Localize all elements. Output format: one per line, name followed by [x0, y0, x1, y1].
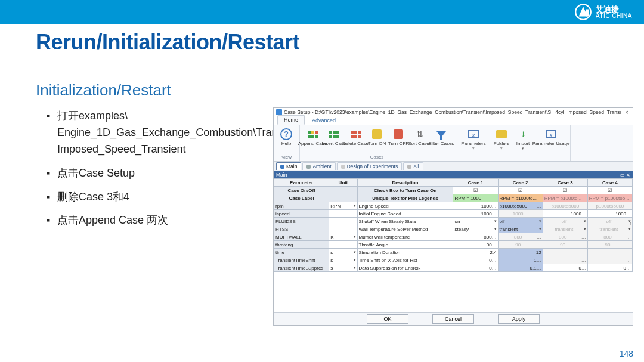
- turn-on-icon: [372, 129, 382, 139]
- insert-icon: [329, 131, 339, 138]
- filter-icon: [436, 131, 446, 137]
- sheet-tabs: Main Ambient Design of Experiments All: [274, 162, 633, 171]
- delete-case-button[interactable]: Delete Case: [345, 126, 366, 146]
- col-case3[interactable]: Case 3: [543, 179, 587, 187]
- slide-subtitle: Initialization/Restart: [36, 81, 644, 100]
- col-case2[interactable]: Case 2: [498, 179, 543, 187]
- turn-on-button[interactable]: Turn ON: [367, 126, 387, 146]
- case4-onoff[interactable]: ☑: [587, 187, 632, 194]
- cancel-button[interactable]: Cancel: [432, 314, 474, 324]
- parameter-grid[interactable]: Parameter Unit Description Case 1 Case 2…: [274, 178, 633, 272]
- ok-button[interactable]: OK: [367, 314, 408, 324]
- brand-banner: 艾迪捷 ATIC CHINA: [0, 0, 644, 24]
- brand-logo: 艾迪捷 ATIC CHINA: [574, 3, 632, 21]
- append-case-button[interactable]: Append Case: [302, 126, 323, 146]
- tab-advanced[interactable]: Advanced: [306, 116, 342, 125]
- window-title: Case Setup - D:\GTI\v2023\examples\Engin…: [284, 109, 621, 115]
- pane-title: Main ▭ ✕: [274, 171, 633, 178]
- sort-icon: ⇅: [416, 129, 423, 139]
- close-icon[interactable]: ×: [623, 109, 630, 116]
- window-titlebar: Case Setup - D:\GTI\v2023\examples\Engin…: [274, 108, 633, 116]
- case2-onoff[interactable]: ☑: [498, 187, 543, 194]
- tab-main[interactable]: Main: [276, 162, 301, 170]
- group-cases-label: Cases: [302, 154, 451, 160]
- case1-onoff[interactable]: ☑: [453, 187, 498, 194]
- col-case4[interactable]: Case 4: [587, 179, 632, 187]
- parameters-icon: x: [468, 130, 479, 138]
- sort-cases-button[interactable]: ⇅ Sort Cases: [410, 126, 430, 146]
- dialog-buttons: OK Cancel Apply: [274, 312, 633, 325]
- bullet-item: 删除Case 3和4: [47, 189, 237, 206]
- turn-off-button[interactable]: Turn OFF: [388, 126, 408, 146]
- slide-title: Rerun/Initialization/Restart: [36, 30, 644, 55]
- col-parameter[interactable]: Parameter: [274, 179, 329, 187]
- parameter-usage-button[interactable]: x Parameter Usage: [534, 126, 568, 151]
- folder-icon: [496, 130, 507, 138]
- ribbon-tabstrip: Home Advanced: [274, 116, 633, 125]
- brand-icon: [574, 3, 592, 21]
- case3-onoff[interactable]: ☑: [543, 187, 587, 194]
- help-button[interactable]: ? Help: [276, 126, 296, 146]
- col-case1[interactable]: Case 1: [453, 179, 498, 187]
- insert-case-button[interactable]: Insert Case: [324, 126, 344, 146]
- filter-cases-button[interactable]: Filter Cases: [431, 126, 451, 146]
- import-icon: ⤓: [520, 130, 527, 139]
- page-number: 148: [620, 349, 633, 358]
- scroll-right-icon[interactable]: ›: [630, 220, 631, 227]
- bullet-item: 打开examples\ Engine_1D_Gas_Exchange_Combu…: [47, 108, 237, 158]
- parameters-button[interactable]: x Parameters: [457, 126, 490, 151]
- col-description[interactable]: Description: [357, 179, 453, 187]
- bullet-item: 点击Case Setup: [47, 165, 237, 182]
- col-unit[interactable]: Unit: [329, 179, 357, 187]
- bullet-item: 点击Append Case 两次: [47, 212, 237, 229]
- tab-home[interactable]: Home: [277, 115, 305, 125]
- group-view-label: View: [276, 154, 297, 160]
- app-icon: [276, 109, 282, 115]
- help-icon: ?: [280, 128, 292, 140]
- tab-all[interactable]: All: [403, 162, 423, 170]
- delete-icon: [351, 131, 361, 138]
- tab-ambient[interactable]: Ambient: [302, 162, 335, 170]
- parameter-usage-icon: x: [546, 130, 556, 138]
- svg-rect-1: [586, 10, 589, 17]
- pane-window-icons[interactable]: ▭ ✕: [620, 172, 633, 178]
- apply-button[interactable]: Apply: [498, 314, 540, 324]
- append-icon: [308, 131, 318, 138]
- tab-doe[interactable]: Design of Experiments: [337, 162, 402, 170]
- brand-cn: 艾迪捷: [596, 5, 632, 13]
- folders-button[interactable]: Folders: [491, 126, 512, 151]
- case-setup-window: Case Setup - D:\GTI\v2023\examples\Engin…: [273, 107, 633, 326]
- brand-en: ATIC CHINA: [596, 13, 632, 19]
- ribbon: ? Help View Append Case Insert Case Dele…: [274, 125, 633, 162]
- turn-off-icon: [394, 129, 403, 139]
- import-button[interactable]: ⤓ Import: [513, 126, 533, 151]
